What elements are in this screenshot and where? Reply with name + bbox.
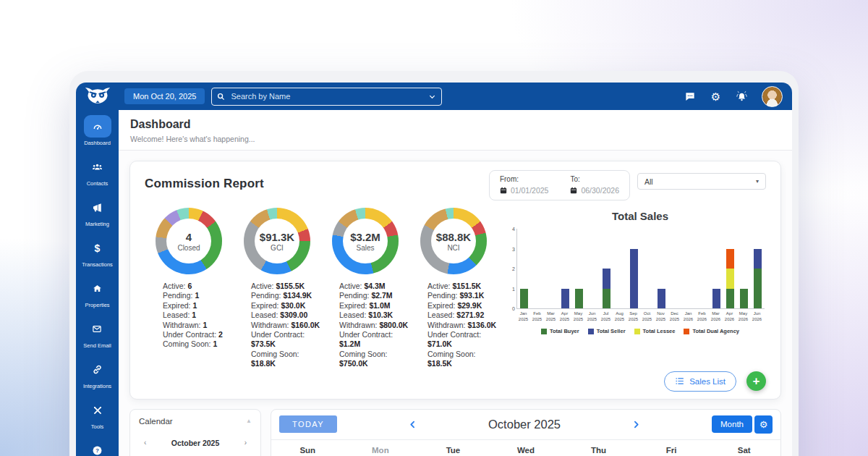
weekday-sun: Sun <box>271 446 344 455</box>
plus-icon: + <box>753 375 760 387</box>
commission-report-card: Commission Report From: <box>129 161 781 400</box>
search-chevron-down-icon[interactable] <box>428 93 436 101</box>
stat-line: Withdrawn: $136.0K <box>427 321 498 330</box>
donut-value: 4 <box>186 231 192 243</box>
x-axis-label: Jul2025 <box>599 311 613 322</box>
gear-icon[interactable]: ⚙ <box>710 90 722 103</box>
sales-list-button[interactable]: Sales List <box>664 371 736 392</box>
sidebar-item-contacts[interactable]: Contacts <box>84 156 111 187</box>
y-axis-tick: 3 <box>508 247 515 252</box>
sidebar-item-send-email[interactable]: Send Email <box>83 318 111 349</box>
donut-closed: 4ClosedActive: 6Pending: 1Expired: 1Leas… <box>145 208 233 369</box>
calendar-settings-gear-icon[interactable]: ⚙ <box>754 415 773 434</box>
tools-icon <box>84 399 111 421</box>
bar-segment <box>603 269 610 289</box>
calendar-icon <box>500 187 507 194</box>
donut-sales: $3.2MSalesActive: $4.3MPending: $2.7MExp… <box>321 208 409 369</box>
month-view-button[interactable]: Month <box>712 415 752 433</box>
to-label: To: <box>570 175 619 183</box>
app-body: DashboardContactsMarketing$TransactionsP… <box>76 110 792 456</box>
mini-calendar-panel: Calendar ▲ ‹ October 2025 › SuMoTuWeThFr… <box>129 409 261 456</box>
app-shell: Mon Oct 20, 2025 ⚙ <box>76 83 792 456</box>
prev-month-chevron-icon[interactable] <box>408 419 417 430</box>
x-axis-label: Sep2025 <box>626 311 640 322</box>
sidebar-item-help[interactable]: ?Help <box>84 439 111 456</box>
total-sales-chart: Total Sales 01234 Jan2025Feb2025Mar2025A… <box>498 208 766 369</box>
owl-logo-icon[interactable] <box>76 87 119 106</box>
sidebar-item-marketing[interactable]: Marketing <box>84 196 111 227</box>
user-avatar[interactable] <box>762 86 783 107</box>
filter-select[interactable]: All ▾ <box>637 173 766 190</box>
marketing-icon <box>84 196 111 219</box>
stat-line: Withdrawn: $800.0K <box>339 321 409 330</box>
legend-item: Total Dual Agency <box>684 328 739 334</box>
bar-segment <box>726 289 734 309</box>
search-input[interactable] <box>229 91 424 101</box>
sidebar-item-tools[interactable]: Tools <box>84 399 111 430</box>
x-axis-label: Oct2025 <box>640 311 654 322</box>
sidebar-item-dashboard[interactable]: Dashboard <box>84 115 111 146</box>
total-sales-legend: Total BuyerTotal SellerTotal LesseeTotal… <box>516 328 764 334</box>
help-icon: ? <box>84 439 111 456</box>
legend-swatch <box>634 329 640 334</box>
topbar: Mon Oct 20, 2025 ⚙ <box>76 83 792 110</box>
donut-center-sales: $3.2MSales <box>343 219 388 263</box>
stat-line: Expired: $30.0K <box>251 301 321 311</box>
sidebar-item-label: Tools <box>91 423 104 430</box>
donut-center-gci: $91.3KGCI <box>255 219 299 263</box>
donut-stats-sales: Active: $4.3MPending: $2.7MExpired: $1.0… <box>321 282 409 369</box>
stat-line: Pending: 1 <box>163 291 233 300</box>
sidebar-item-properties[interactable]: Properties <box>84 277 111 308</box>
bar-segment <box>520 289 528 309</box>
chat-icon[interactable] <box>684 90 696 103</box>
main-area: Commission Report From: <box>119 151 792 456</box>
stat-line: Under Contract: $73.5K <box>251 330 321 350</box>
bar-segment <box>754 249 762 269</box>
from-label: From: <box>500 175 549 183</box>
today-button[interactable]: TODAY <box>279 415 337 433</box>
donut-chart-gci: $91.3KGCI <box>244 208 310 274</box>
sidebar-item-transactions[interactable]: $Transactions <box>82 237 113 268</box>
stat-line: Leased: $10.3K <box>339 311 409 320</box>
bar-segment <box>712 289 720 309</box>
y-axis-tick: 0 <box>508 306 515 311</box>
mini-prev-month-button[interactable]: ‹ <box>144 439 146 447</box>
stat-line: Coming Soon: $750.0K <box>339 350 409 369</box>
stat-line: Pending: $134.9K <box>251 291 321 300</box>
stat-line: Active: $151.5K <box>427 282 498 291</box>
bell-icon[interactable] <box>736 90 748 103</box>
stat-line: Under Contract: $1.2M <box>339 330 409 350</box>
donut-center-closed: 4Closed <box>166 219 211 263</box>
current-date-chip[interactable]: Mon Oct 20, 2025 <box>124 88 205 104</box>
total-sales-x-labels: Jan2025Feb2025Mar2025Apr2025May2025Jun20… <box>516 311 764 322</box>
date-to-field[interactable]: To: 06/30/2026 <box>570 175 619 195</box>
weekday-thu: Thu <box>562 446 635 455</box>
stat-line: Withdrawn: 1 <box>163 321 233 330</box>
legend-label: Total Lessee <box>643 328 676 334</box>
x-axis-label: May2025 <box>571 311 585 322</box>
sidebar: DashboardContactsMarketing$TransactionsP… <box>76 110 119 456</box>
main-calendar-panel: TODAY October 2025 <box>271 409 781 456</box>
stat-line: Coming Soon: $18.5K <box>427 350 498 369</box>
transactions-icon: $ <box>84 237 111 259</box>
collapse-triangle-icon[interactable]: ▲ <box>246 418 252 424</box>
x-axis-label: Jun2026 <box>750 311 764 322</box>
mini-month-label: October 2025 <box>171 439 220 447</box>
to-date-value: 06/30/2026 <box>581 186 619 195</box>
donut-center-nci: $88.8KNCI <box>431 219 476 263</box>
date-from-field[interactable]: From: 01/01/2025 <box>500 175 549 195</box>
date-range-box: From: 01/01/2025 <box>489 170 630 200</box>
app-window: Mon Oct 20, 2025 ⚙ <box>69 71 799 456</box>
donut-stats-gci: Active: $155.5KPending: $134.9KExpired: … <box>233 282 321 369</box>
bar-segment <box>603 289 610 309</box>
sidebar-item-integrations[interactable]: Integrations <box>83 358 111 389</box>
calendar-icon <box>570 187 577 194</box>
x-axis-label: Mar2026 <box>709 311 723 322</box>
mini-next-month-button[interactable]: › <box>244 439 247 447</box>
commission-report-title: Commission Report <box>145 177 264 191</box>
add-button[interactable]: + <box>746 371 766 391</box>
weekday-sat: Sat <box>707 446 780 455</box>
next-month-chevron-icon[interactable] <box>631 419 641 430</box>
search-box[interactable] <box>211 88 442 106</box>
stat-line: Active: $155.5K <box>251 282 321 291</box>
